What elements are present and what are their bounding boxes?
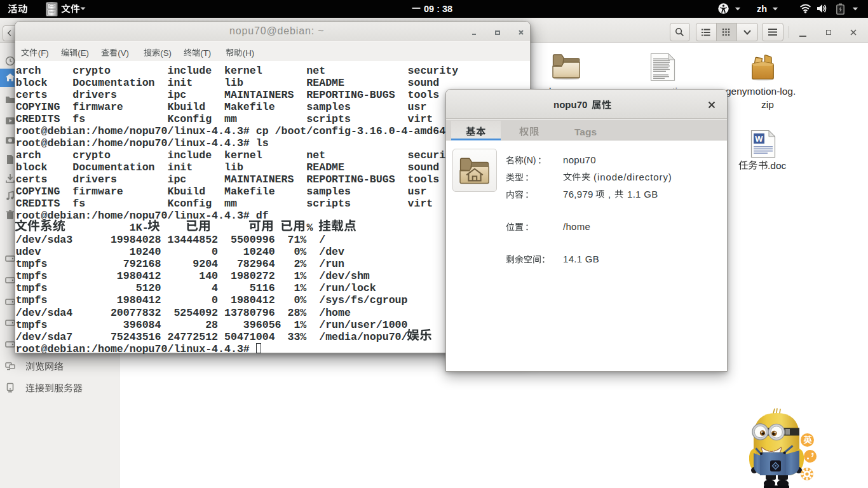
svg-text:W: W <box>755 134 763 144</box>
